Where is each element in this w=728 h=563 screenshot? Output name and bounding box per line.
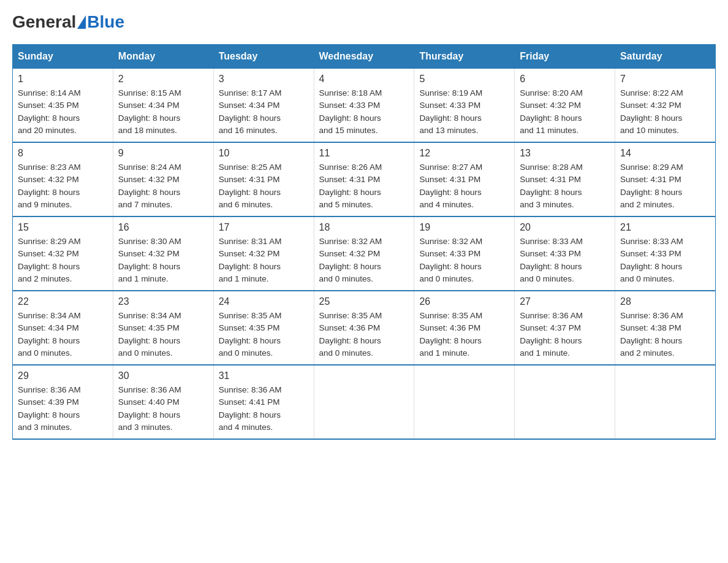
day-number: 9	[118, 148, 208, 159]
day-info: Sunrise: 8:27 AM Sunset: 4:31 PM Dayligh…	[419, 161, 509, 211]
day-number: 23	[118, 296, 208, 307]
day-info: Sunrise: 8:36 AM Sunset: 4:39 PM Dayligh…	[18, 384, 108, 434]
day-info: Sunrise: 8:36 AM Sunset: 4:41 PM Dayligh…	[219, 384, 309, 434]
day-info: Sunrise: 8:33 AM Sunset: 4:33 PM Dayligh…	[620, 236, 710, 285]
day-number: 16	[118, 222, 208, 233]
day-number: 14	[620, 148, 710, 159]
calendar-cell: 17 Sunrise: 8:31 AM Sunset: 4:32 PM Dayl…	[213, 216, 314, 291]
day-info: Sunrise: 8:34 AM Sunset: 4:34 PM Dayligh…	[18, 310, 108, 359]
logo-text: General Blue	[12, 12, 124, 32]
day-number: 28	[620, 296, 710, 307]
day-number: 8	[18, 148, 108, 159]
day-number: 13	[520, 148, 610, 159]
day-number: 5	[419, 74, 509, 85]
calendar-cell	[314, 365, 414, 439]
calendar-cell: 23 Sunrise: 8:34 AM Sunset: 4:35 PM Dayl…	[113, 291, 213, 365]
day-number: 17	[219, 222, 309, 233]
header-friday: Friday	[515, 45, 615, 69]
day-info: Sunrise: 8:25 AM Sunset: 4:31 PM Dayligh…	[219, 161, 309, 211]
day-info: Sunrise: 8:36 AM Sunset: 4:38 PM Dayligh…	[620, 310, 710, 359]
calendar-cell: 1 Sunrise: 8:14 AM Sunset: 4:35 PM Dayli…	[13, 69, 113, 143]
day-info: Sunrise: 8:35 AM Sunset: 4:36 PM Dayligh…	[419, 310, 509, 359]
day-number: 4	[319, 74, 409, 85]
logo-general-text: General	[12, 12, 76, 32]
day-number: 18	[319, 222, 409, 233]
header-sunday: Sunday	[13, 45, 113, 69]
calendar-week-row: 29 Sunrise: 8:36 AM Sunset: 4:39 PM Dayl…	[13, 365, 716, 439]
calendar-cell: 10 Sunrise: 8:25 AM Sunset: 4:31 PM Dayl…	[213, 142, 314, 216]
calendar-cell: 11 Sunrise: 8:26 AM Sunset: 4:31 PM Dayl…	[314, 142, 414, 216]
day-info: Sunrise: 8:36 AM Sunset: 4:37 PM Dayligh…	[520, 310, 610, 359]
calendar-cell: 26 Sunrise: 8:35 AM Sunset: 4:36 PM Dayl…	[414, 291, 515, 365]
day-info: Sunrise: 8:22 AM Sunset: 4:32 PM Dayligh…	[620, 87, 710, 137]
day-info: Sunrise: 8:28 AM Sunset: 4:31 PM Dayligh…	[520, 161, 610, 211]
calendar-cell: 5 Sunrise: 8:19 AM Sunset: 4:33 PM Dayli…	[414, 69, 515, 143]
day-number: 30	[118, 370, 208, 381]
calendar-cell: 8 Sunrise: 8:23 AM Sunset: 4:32 PM Dayli…	[13, 142, 113, 216]
day-info: Sunrise: 8:29 AM Sunset: 4:32 PM Dayligh…	[18, 236, 108, 285]
day-info: Sunrise: 8:34 AM Sunset: 4:35 PM Dayligh…	[118, 310, 208, 359]
calendar-cell: 31 Sunrise: 8:36 AM Sunset: 4:41 PM Dayl…	[213, 365, 314, 439]
calendar-cell: 14 Sunrise: 8:29 AM Sunset: 4:31 PM Dayl…	[615, 142, 716, 216]
day-number: 31	[219, 370, 309, 381]
header-thursday: Thursday	[414, 45, 515, 69]
day-info: Sunrise: 8:26 AM Sunset: 4:31 PM Dayligh…	[319, 161, 409, 211]
day-number: 26	[419, 296, 509, 307]
calendar-cell: 4 Sunrise: 8:18 AM Sunset: 4:33 PM Dayli…	[314, 69, 414, 143]
day-number: 12	[419, 148, 509, 159]
day-number: 24	[219, 296, 309, 307]
calendar-cell: 6 Sunrise: 8:20 AM Sunset: 4:32 PM Dayli…	[515, 69, 615, 143]
day-info: Sunrise: 8:20 AM Sunset: 4:32 PM Dayligh…	[520, 87, 610, 137]
day-number: 1	[18, 74, 108, 85]
logo-triangle-icon	[77, 15, 86, 29]
logo-blue-text: Blue	[87, 12, 124, 32]
day-info: Sunrise: 8:24 AM Sunset: 4:32 PM Dayligh…	[118, 161, 208, 211]
calendar-cell: 12 Sunrise: 8:27 AM Sunset: 4:31 PM Dayl…	[414, 142, 515, 216]
calendar-cell: 18 Sunrise: 8:32 AM Sunset: 4:32 PM Dayl…	[314, 216, 414, 291]
day-number: 21	[620, 222, 710, 233]
day-info: Sunrise: 8:32 AM Sunset: 4:32 PM Dayligh…	[319, 236, 409, 285]
header-wednesday: Wednesday	[314, 45, 414, 69]
day-info: Sunrise: 8:14 AM Sunset: 4:35 PM Dayligh…	[18, 87, 108, 137]
day-info: Sunrise: 8:36 AM Sunset: 4:40 PM Dayligh…	[118, 384, 208, 434]
logo: General Blue Blue	[12, 12, 124, 32]
day-number: 29	[18, 370, 108, 381]
header-monday: Monday	[113, 45, 213, 69]
calendar-cell: 25 Sunrise: 8:35 AM Sunset: 4:36 PM Dayl…	[314, 291, 414, 365]
day-info: Sunrise: 8:23 AM Sunset: 4:32 PM Dayligh…	[18, 161, 108, 211]
day-number: 15	[18, 222, 108, 233]
calendar-table: SundayMondayTuesdayWednesdayThursdayFrid…	[12, 44, 716, 440]
day-number: 27	[520, 296, 610, 307]
calendar-week-row: 22 Sunrise: 8:34 AM Sunset: 4:34 PM Dayl…	[13, 291, 716, 365]
calendar-cell: 24 Sunrise: 8:35 AM Sunset: 4:35 PM Dayl…	[213, 291, 314, 365]
day-info: Sunrise: 8:35 AM Sunset: 4:36 PM Dayligh…	[319, 310, 409, 359]
calendar-week-row: 8 Sunrise: 8:23 AM Sunset: 4:32 PM Dayli…	[13, 142, 716, 216]
day-number: 10	[219, 148, 309, 159]
day-number: 3	[219, 74, 309, 85]
header-tuesday: Tuesday	[213, 45, 314, 69]
day-number: 25	[319, 296, 409, 307]
day-info: Sunrise: 8:31 AM Sunset: 4:32 PM Dayligh…	[219, 236, 309, 285]
calendar-cell: 20 Sunrise: 8:33 AM Sunset: 4:33 PM Dayl…	[515, 216, 615, 291]
calendar-cell: 27 Sunrise: 8:36 AM Sunset: 4:37 PM Dayl…	[515, 291, 615, 365]
calendar-cell: 15 Sunrise: 8:29 AM Sunset: 4:32 PM Dayl…	[13, 216, 113, 291]
calendar-cell: 7 Sunrise: 8:22 AM Sunset: 4:32 PM Dayli…	[615, 69, 716, 143]
calendar-cell: 29 Sunrise: 8:36 AM Sunset: 4:39 PM Dayl…	[13, 365, 113, 439]
calendar-cell: 28 Sunrise: 8:36 AM Sunset: 4:38 PM Dayl…	[615, 291, 716, 365]
day-number: 22	[18, 296, 108, 307]
day-number: 11	[319, 148, 409, 159]
day-number: 6	[520, 74, 610, 85]
calendar-cell	[615, 365, 716, 439]
day-info: Sunrise: 8:32 AM Sunset: 4:33 PM Dayligh…	[419, 236, 509, 285]
calendar-week-row: 15 Sunrise: 8:29 AM Sunset: 4:32 PM Dayl…	[13, 216, 716, 291]
day-info: Sunrise: 8:29 AM Sunset: 4:31 PM Dayligh…	[620, 161, 710, 211]
day-number: 19	[419, 222, 509, 233]
day-info: Sunrise: 8:30 AM Sunset: 4:32 PM Dayligh…	[118, 236, 208, 285]
calendar-cell: 22 Sunrise: 8:34 AM Sunset: 4:34 PM Dayl…	[13, 291, 113, 365]
calendar-cell: 19 Sunrise: 8:32 AM Sunset: 4:33 PM Dayl…	[414, 216, 515, 291]
calendar-header-row: SundayMondayTuesdayWednesdayThursdayFrid…	[13, 45, 716, 69]
day-info: Sunrise: 8:18 AM Sunset: 4:33 PM Dayligh…	[319, 87, 409, 137]
page-header: General Blue Blue	[12, 12, 716, 32]
calendar-cell: 3 Sunrise: 8:17 AM Sunset: 4:34 PM Dayli…	[213, 69, 314, 143]
calendar-cell	[515, 365, 615, 439]
